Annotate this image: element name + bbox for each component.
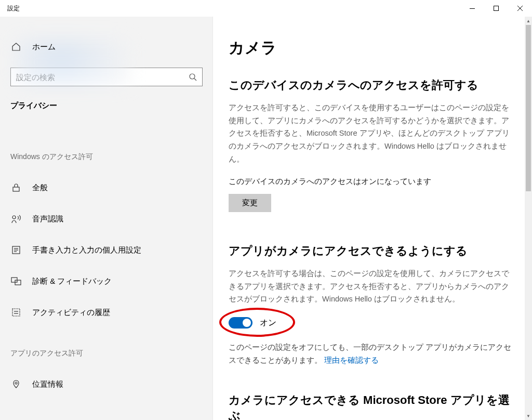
sidebar-item-speech[interactable]: 音声認識 [0, 203, 212, 234]
svg-rect-6 [13, 187, 19, 191]
sidebar-item-activity[interactable]: アクティビティの履歴 [0, 297, 212, 328]
svg-rect-0 [470, 8, 475, 9]
svg-point-7 [12, 216, 16, 219]
sidebar-item-label: アクティビティの履歴 [32, 308, 110, 318]
minimize-button[interactable] [460, 0, 484, 17]
home-icon [10, 42, 22, 51]
page-title: カメラ [229, 37, 513, 59]
section2-note: このページの設定をオフにしても、一部のデスクトップ アプリがカメラにアクセスでき… [229, 341, 513, 366]
main-content: カメラ このデバイスのカメラへのアクセスを許可する アクセスを許可すると、このデ… [213, 17, 532, 420]
svg-line-5 [194, 78, 196, 81]
section1-heading: このデバイスのカメラへのアクセスを許可する [229, 77, 513, 93]
scrollbar-thumb[interactable] [526, 25, 531, 191]
toggle-label: オン [260, 318, 276, 329]
sidebar-category: プライバシー [0, 94, 212, 132]
camera-access-toggle[interactable] [229, 317, 252, 329]
search-icon [189, 73, 197, 81]
sidebar-item-general[interactable]: 全般 [0, 172, 212, 203]
scroll-up-arrow[interactable]: ▲ [525, 17, 532, 25]
vertical-scrollbar[interactable]: ▲ ▼ [525, 17, 532, 420]
titlebar: 設定 [0, 0, 532, 17]
sidebar-item-location[interactable]: 位置情報 [0, 369, 212, 400]
scroll-down-arrow[interactable]: ▼ [525, 412, 532, 420]
sidebar-item-inking[interactable]: 手書き入力と入力の個人用設定 [0, 234, 212, 266]
change-button[interactable]: 変更 [229, 194, 271, 212]
section2-heading: アプリがカメラにアクセスできるようにする [229, 243, 513, 259]
nav-home[interactable]: ホーム [0, 31, 212, 62]
sidebar-item-label: 全般 [32, 183, 48, 193]
window-controls [460, 0, 532, 17]
location-icon [10, 379, 22, 389]
section1-status: このデバイスのカメラへのアクセスはオンになっています [229, 177, 513, 187]
section3-heading: カメラにアクセスできる Microsoft Store アプリを選ぶ [229, 392, 513, 420]
close-button[interactable] [508, 0, 532, 17]
svg-point-4 [190, 74, 195, 79]
sidebar-item-label: 位置情報 [32, 379, 63, 389]
lock-icon [10, 183, 22, 192]
svg-point-17 [15, 382, 17, 384]
sidebar-group-windows: Windows のアクセス許可 [0, 132, 212, 172]
sidebar-item-label: 音声認識 [32, 214, 63, 224]
activity-icon [10, 308, 22, 317]
window-title: 設定 [7, 4, 20, 13]
reason-link[interactable]: 理由を確認する [324, 356, 379, 364]
sidebar-item-diagnostics[interactable]: 診断 & フィードバック [0, 266, 212, 297]
camera-access-toggle-row: オン [229, 317, 513, 329]
sidebar: ホーム プライバシー Windows のアクセス許可 全般 音声認識 手書き入力… [0, 17, 213, 420]
sidebar-item-label: 診断 & フィードバック [32, 277, 112, 286]
nav-home-label: ホーム [32, 42, 56, 52]
section1-body: アクセスを許可すると、このデバイスを使用するユーザーはこのページの設定を使用して… [229, 101, 513, 165]
ink-icon [10, 245, 22, 255]
svg-rect-14 [12, 309, 20, 316]
section2-body: アクセスを許可する場合は、このページの設定を使用して、カメラにアクセスできるアプ… [229, 267, 513, 306]
sidebar-group-apps: アプリのアクセス許可 [0, 328, 212, 369]
feedback-icon [10, 277, 22, 286]
speech-icon [10, 214, 22, 224]
maximize-button[interactable] [484, 0, 508, 17]
sidebar-item-label: 手書き入力と入力の個人用設定 [32, 245, 141, 255]
svg-rect-1 [494, 6, 499, 11]
